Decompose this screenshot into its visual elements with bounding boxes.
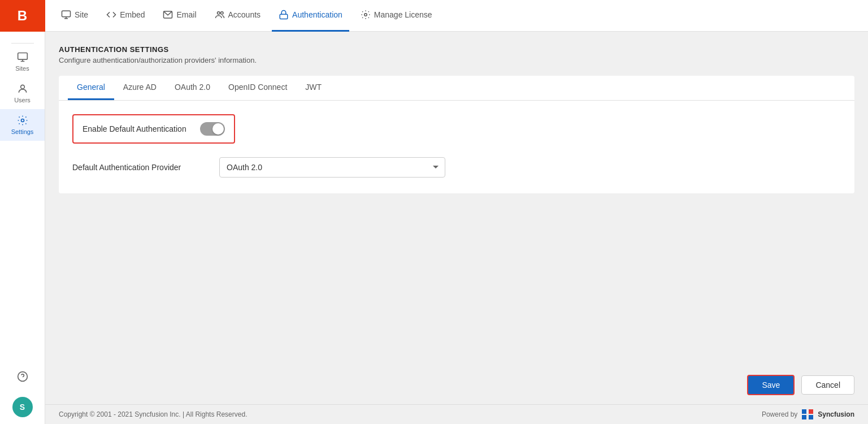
app-logo[interactable]: B [0, 0, 45, 32]
tab-azure-ad[interactable]: Azure AD [114, 76, 166, 100]
enable-default-auth-label: Enable Default Authentication [83, 124, 186, 133]
user-avatar[interactable]: S [12, 397, 33, 417]
help-circle-icon [17, 371, 28, 382]
toggle-thumb [212, 123, 224, 135]
svg-point-6 [217, 12, 220, 15]
tab-general[interactable]: General [68, 76, 114, 100]
sidebar-bottom: S [12, 365, 33, 424]
nav-item-embed[interactable]: Embed [99, 0, 151, 32]
nav-auth-label: Authentication [292, 10, 342, 19]
nav-item-email[interactable]: Email [156, 0, 203, 32]
svg-rect-8 [280, 14, 288, 19]
footer-brand: Powered by Syncfusion [762, 409, 854, 419]
tab-oauth2[interactable]: OAuth 2.0 [166, 76, 219, 100]
help-button[interactable] [12, 365, 33, 388]
general-settings-panel: Enable Default Authentication Default Au… [59, 101, 854, 193]
action-bar: Save Cancel [45, 366, 868, 404]
sidebar-item-users[interactable]: Users [0, 77, 45, 109]
accounts-icon [215, 10, 225, 20]
nav-email-label: Email [176, 10, 196, 19]
user-icon [17, 83, 28, 94]
nav-site-label: Site [75, 10, 88, 19]
enable-default-auth-row: Enable Default Authentication [72, 114, 235, 144]
copyright-text: Copyright © 2001 - 2021 Syncfusion Inc. … [59, 410, 247, 418]
page-title: AUTHENTICATION SETTINGS [59, 45, 854, 54]
manage-license-icon [361, 10, 371, 20]
svg-point-7 [220, 12, 223, 15]
svg-point-9 [364, 14, 367, 16]
svg-point-1 [20, 85, 24, 89]
sidebar-item-sites[interactable]: Sites [0, 46, 45, 77]
sidebar-item-sites-label: Sites [15, 65, 29, 72]
logo-letter: B [18, 8, 27, 24]
save-button[interactable]: Save [747, 375, 795, 395]
page-content: AUTHENTICATION SETTINGS Configure authen… [45, 32, 868, 366]
enable-default-auth-toggle[interactable] [200, 122, 225, 136]
syncfusion-brand-text: Syncfusion [818, 410, 854, 418]
nav-accounts-label: Accounts [228, 10, 261, 19]
provider-select[interactable]: OAuth 2.0 Azure AD OpenID Connect JWT [219, 157, 445, 178]
nav-item-manage-license[interactable]: Manage License [354, 0, 439, 32]
powered-by-text: Powered by [762, 410, 797, 418]
svg-rect-0 [18, 53, 27, 60]
sidebar-item-users-label: Users [14, 97, 31, 103]
nav-item-accounts[interactable]: Accounts [208, 0, 268, 32]
avatar-letter: S [20, 403, 25, 412]
top-navigation: Site Embed Email Accounts Authentic [45, 0, 868, 32]
cancel-button[interactable]: Cancel [801, 375, 854, 395]
sidebar-divider [11, 43, 34, 44]
nav-embed-label: Embed [120, 10, 145, 19]
gear-icon [17, 115, 28, 126]
nav-manage-license-label: Manage License [374, 10, 432, 19]
email-icon [163, 10, 173, 20]
tab-openid[interactable]: OpenID Connect [219, 76, 296, 100]
sidebar-item-settings[interactable]: Settings [0, 109, 45, 141]
monitor-icon [17, 51, 28, 63]
monitor-icon [61, 10, 71, 20]
syncfusion-icon [802, 409, 813, 419]
sidebar: B Sites Users Settings S [0, 0, 45, 424]
nav-item-authentication[interactable]: Authentication [272, 0, 349, 32]
svg-point-2 [21, 119, 24, 122]
nav-item-site[interactable]: Site [54, 0, 95, 32]
code-icon [106, 10, 116, 20]
svg-rect-4 [62, 11, 71, 17]
tab-jwt[interactable]: JWT [296, 76, 331, 100]
lock-icon [279, 10, 289, 20]
syncfusion-logo: Syncfusion [802, 409, 854, 419]
provider-row: Default Authentication Provider OAuth 2.… [72, 155, 841, 180]
settings-tabs: General Azure AD OAuth 2.0 OpenID Connec… [59, 76, 854, 101]
page-footer: Copyright © 2001 - 2021 Syncfusion Inc. … [45, 404, 868, 424]
main-content: Site Embed Email Accounts Authentic [45, 0, 868, 424]
sidebar-item-settings-label: Settings [11, 128, 34, 135]
provider-label: Default Authentication Provider [72, 163, 197, 172]
page-subtitle: Configure authentication/authorization p… [59, 56, 854, 64]
